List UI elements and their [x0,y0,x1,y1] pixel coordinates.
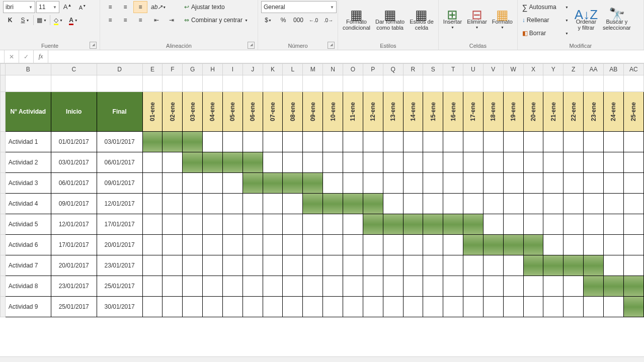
gantt-cell[interactable] [623,297,643,317]
activity-end-cell[interactable]: 30/01/2017 [97,297,142,317]
activity-end-cell[interactable]: 06/01/2017 [97,152,142,173]
row-header[interactable] [1,214,6,235]
gantt-cell[interactable] [383,297,403,317]
gantt-date-header[interactable]: 18-ene [483,92,503,132]
cell[interactable] [564,75,584,92]
activity-name-cell[interactable]: Actividad 4 [5,194,51,214]
cell[interactable] [423,75,443,92]
gantt-cell[interactable] [283,173,303,194]
gantt-cell[interactable] [303,214,323,235]
gantt-cell[interactable] [263,255,283,276]
dialog-launcher[interactable]: ◢ [248,42,255,49]
fill-button[interactable]: ↓Rellenar▼ [521,14,570,26]
gantt-cell[interactable] [423,297,443,317]
gantt-cell[interactable] [183,152,203,173]
activity-start-cell[interactable]: 03/01/2017 [51,152,97,173]
gantt-cell[interactable] [483,297,503,317]
gantt-cell[interactable] [183,194,203,214]
gantt-cell[interactable] [222,194,243,214]
gantt-cell[interactable] [403,152,423,173]
bold-button[interactable]: K [3,14,17,26]
column-header[interactable]: R [403,64,423,75]
delete-button[interactable]: ⊟Eliminar▼ [464,1,490,41]
column-header[interactable]: U [463,64,484,75]
gantt-cell[interactable] [584,255,604,276]
fill-color-button[interactable]: ◇▼ [51,14,65,26]
column-header[interactable]: Z [564,64,584,75]
gantt-cell[interactable] [423,173,443,194]
gantt-cell[interactable] [363,132,383,152]
currency-button[interactable]: $▼ [261,14,275,26]
cell[interactable] [363,75,383,92]
column-header[interactable]: T [443,64,463,75]
gantt-cell[interactable] [603,152,623,173]
gantt-cell[interactable] [623,173,643,194]
gantt-cell[interactable] [323,255,343,276]
gantt-date-header[interactable]: 12-ene [363,92,383,132]
insert-function-button[interactable]: fx [34,50,48,63]
gantt-cell[interactable] [303,152,323,173]
column-header[interactable]: X [523,64,543,75]
gantt-date-header[interactable]: 02-ene [163,92,183,132]
gantt-cell[interactable] [142,297,163,317]
gantt-cell[interactable] [423,152,443,173]
gantt-header-activity[interactable]: N° Actividad [5,92,51,132]
gantt-header-end[interactable]: Final [97,92,142,132]
gantt-cell[interactable] [263,235,283,255]
cell[interactable] [503,75,523,92]
gantt-cell[interactable] [243,132,263,152]
column-header[interactable]: O [343,64,363,75]
gantt-cell[interactable] [523,255,543,276]
gantt-cell[interactable] [523,152,543,173]
find-select-button[interactable]: 🔭Buscar y seleccionar [600,1,633,41]
gantt-cell[interactable] [163,132,183,152]
gantt-cell[interactable] [503,152,523,173]
cell[interactable] [383,75,403,92]
gantt-cell[interactable] [584,297,604,317]
gantt-cell[interactable] [523,276,543,297]
gantt-cell[interactable] [303,173,323,194]
orientation-button[interactable]: ab↗▼ [149,1,168,13]
gantt-cell[interactable] [383,173,403,194]
activity-end-cell[interactable]: 12/01/2017 [97,194,142,214]
gantt-cell[interactable] [483,235,503,255]
underline-button[interactable]: S▼ [18,14,32,26]
gantt-cell[interactable] [183,255,203,276]
cell[interactable] [463,75,484,92]
gantt-cell[interactable] [564,297,584,317]
font-name-select[interactable]: ibri▼ [3,1,35,13]
gantt-cell[interactable] [443,276,463,297]
gantt-cell[interactable] [183,297,203,317]
insert-button[interactable]: ⊞Insertar▼ [441,1,464,41]
gantt-cell[interactable] [363,297,383,317]
column-header[interactable]: G [183,64,203,75]
gantt-cell[interactable] [584,173,604,194]
gantt-cell[interactable] [203,194,223,214]
gantt-cell[interactable] [203,173,223,194]
gantt-cell[interactable] [283,152,303,173]
gantt-cell[interactable] [243,255,263,276]
gantt-cell[interactable] [503,132,523,152]
gantt-cell[interactable] [142,255,163,276]
cell[interactable] [323,75,343,92]
gantt-cell[interactable] [623,255,643,276]
gantt-cell[interactable] [383,214,403,235]
gantt-date-header[interactable]: 22-ene [564,92,584,132]
column-header[interactable]: I [222,64,243,75]
gantt-cell[interactable] [503,297,523,317]
column-header[interactable]: J [243,64,263,75]
gantt-cell[interactable] [584,214,604,235]
column-header[interactable]: AC [623,64,643,75]
gantt-cell[interactable] [503,276,523,297]
activity-start-cell[interactable]: 23/01/2017 [51,276,97,297]
column-header[interactable]: S [423,64,443,75]
gantt-cell[interactable] [403,132,423,152]
gantt-cell[interactable] [483,132,503,152]
gantt-cell[interactable] [543,297,564,317]
activity-end-cell[interactable]: 09/01/2017 [97,173,142,194]
gantt-cell[interactable] [543,173,564,194]
decrease-indent-button[interactable]: ⇤ [149,14,164,26]
column-header[interactable]: B [5,64,51,75]
gantt-cell[interactable] [263,152,283,173]
gantt-cell[interactable] [483,173,503,194]
